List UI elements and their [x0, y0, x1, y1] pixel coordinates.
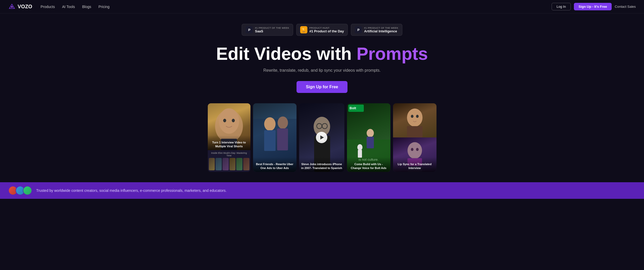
avatar-3 [23, 186, 32, 195]
svg-point-7 [232, 119, 235, 122]
elon-thumbnails: 27s 27s 48s 32s [209, 158, 249, 170]
badge-ph-icon: 🏆 [300, 26, 307, 33]
video-card-lipsync[interactable]: Lip Sync for a Translated Interview [393, 103, 436, 172]
logo[interactable]: VOZO [8, 3, 32, 10]
badge-ai-icon: P [355, 26, 362, 33]
svg-rect-30 [407, 126, 423, 137]
svg-text:Bolt: Bolt [350, 106, 356, 110]
lipsync-top [393, 103, 436, 138]
bolt-caption: Come Build with Us - Change Voice for Bo… [347, 157, 390, 172]
badge-saas-icon: P [246, 26, 253, 33]
hero-title-part3: with [316, 44, 352, 63]
badge-saas-text: #1 PRODUCT OF THE WEEK SaaS [255, 27, 289, 33]
hero-subtitle: Rewrite, translate, redub, and lip sync … [263, 68, 381, 73]
bolt-thumb: Bolt is not culture. Come Build with Us … [347, 103, 390, 172]
friends-thumb: Best Friends - Rewrite Uber One Ads to U… [253, 103, 297, 172]
svg-point-29 [416, 115, 419, 118]
lipsync-caption: Lip Sync for a Translated Interview [393, 157, 436, 172]
elon-bottom: Inside Elon Musk's Day: Mastering Time 2… [208, 150, 250, 172]
svg-point-32 [411, 148, 413, 151]
elon-thumb-1: 27s [209, 158, 215, 170]
logo-icon [8, 3, 16, 10]
contact-sales-button[interactable]: Contact Sales [615, 5, 636, 9]
svg-rect-11 [264, 130, 276, 151]
navbar-left: VOZO Products AI Tools Blogs Pricing [8, 3, 109, 10]
jobs-caption: Steve Jobs introduces iPhone in 2007- Tr… [299, 157, 344, 172]
svg-point-6 [223, 119, 226, 122]
hero-title: Edit Videos with Prompts [216, 44, 428, 63]
nav-ai-tools[interactable]: AI Tools [62, 5, 75, 9]
svg-point-12 [278, 116, 288, 129]
badge-saas: P #1 PRODUCT OF THE WEEK SaaS [242, 24, 293, 36]
video-card-friends[interactable]: Best Friends - Rewrite Uber One Ads to U… [253, 103, 297, 172]
hero-signup-button[interactable]: Sign Up for Free [297, 81, 347, 93]
nav-blogs[interactable]: Blogs [82, 5, 91, 9]
svg-point-4 [219, 108, 239, 134]
badge-saas-label: #1 PRODUCT OF THE WEEK [255, 27, 289, 29]
nav-pricing[interactable]: Pricing [99, 5, 110, 9]
play-button[interactable] [316, 132, 327, 143]
badge-ai: P #1 PRODUCT OF THE WEEK Artificial Inte… [351, 24, 402, 36]
video-grid: Turn 1 Interview Video to Multiple Viral… [203, 103, 442, 172]
login-button[interactable]: Log In [552, 3, 571, 10]
bottom-trust-bar: Trusted by worldwide content creators, s… [0, 182, 644, 199]
elon-video-top: Turn 1 Interview Video to Multiple Viral… [208, 103, 250, 150]
badge-ai-value: Artificial Intelligence [364, 29, 398, 33]
svg-rect-24 [358, 150, 362, 158]
friends-caption: Best Friends - Rewrite Uber One Ads to U… [253, 157, 297, 172]
badge-ph-text: PRODUCT HUNT #1 Product of the Day [309, 27, 344, 33]
badge-ph-label: PRODUCT HUNT [309, 27, 344, 29]
elon-thumb-6: 51s [243, 158, 249, 170]
badge-saas-value: SaaS [255, 29, 289, 33]
video-card-jobs[interactable]: Steve Jobs introduces iPhone in 2007- Tr… [299, 103, 344, 172]
navbar: VOZO Products AI Tools Blogs Pricing Log… [0, 0, 644, 13]
svg-point-9 [264, 117, 276, 131]
svg-point-28 [411, 115, 413, 118]
avatar-group [8, 186, 32, 195]
svg-point-21 [367, 129, 374, 137]
badge-ai-text: #1 PRODUCT OF THE WEEK Artificial Intell… [364, 27, 398, 33]
svg-point-23 [357, 144, 362, 150]
svg-point-33 [416, 148, 419, 151]
brand-name: VOZO [18, 4, 32, 10]
video-card-elon[interactable]: Turn 1 Interview Video to Multiple Viral… [208, 103, 250, 172]
hero-title-part5: Prompts [357, 44, 428, 63]
video-card-bolt[interactable]: Bolt is not culture. Come Build with Us … [347, 103, 390, 172]
badges-row: P #1 PRODUCT OF THE WEEK SaaS 🏆 PRODUCT … [242, 24, 402, 36]
nav-products[interactable]: Products [41, 5, 55, 9]
elon-sub-label: Inside Elon Musk's Day: Mastering Time [209, 152, 249, 157]
elon-thumb-5: 23s [236, 158, 242, 170]
hero-section: P #1 PRODUCT OF THE WEEK SaaS 🏆 PRODUCT … [0, 13, 644, 177]
elon-thumb-3: 48s [223, 158, 229, 170]
svg-rect-13 [277, 128, 288, 150]
badge-ai-label: #1 PRODUCT OF THE WEEK [364, 27, 398, 29]
nav-links: Products AI Tools Blogs Pricing [41, 5, 110, 9]
elon-thumb-2: 27s [216, 158, 222, 170]
jobs-thumb: Steve Jobs introduces iPhone in 2007- Tr… [299, 103, 344, 172]
elon-caption: Turn 1 Interview Video to Multiple Viral… [208, 135, 250, 150]
trust-text: Trusted by worldwide content creators, s… [36, 188, 227, 193]
navbar-right: Log In Sign Up - It's Free Contact Sales [552, 3, 636, 10]
hero-title-part1: Edit Videos [216, 44, 312, 63]
signup-button[interactable]: Sign Up - It's Free [574, 3, 612, 10]
lipsync-top-svg [393, 103, 436, 138]
svg-point-31 [408, 142, 422, 159]
svg-point-27 [407, 108, 423, 127]
badge-product-hunt: 🏆 PRODUCT HUNT #1 Product of the Day [296, 24, 348, 36]
svg-rect-22 [367, 137, 374, 148]
elon-thumb-4: 32s [230, 158, 236, 170]
badge-ph-value: #1 Product of the Day [309, 29, 344, 33]
